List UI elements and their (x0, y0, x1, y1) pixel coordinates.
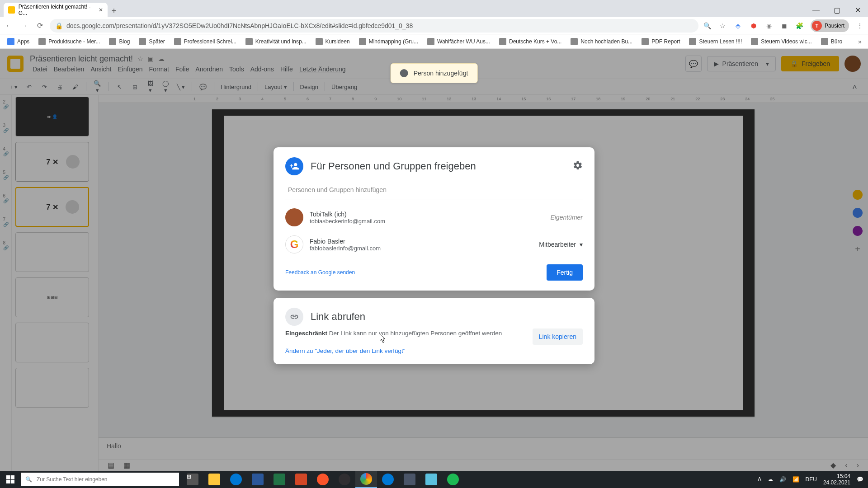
speaker-notes[interactable]: Hallo (99, 437, 868, 459)
bookmark-item[interactable]: Mindmapping (Gru... (355, 36, 422, 47)
menu-view[interactable]: Ansicht (88, 65, 114, 74)
menu-slide[interactable]: Folie (173, 65, 192, 74)
menu-help[interactable]: Hilfe (278, 65, 296, 74)
contacts-icon[interactable] (853, 226, 863, 236)
present-button[interactable]: ▶ Präsentieren ▾ (707, 56, 776, 71)
slide-thumb[interactable]: ➡ 👤 (15, 97, 89, 136)
taskbar-search[interactable]: 🔍 Zur Suche Text hier eingeben (21, 473, 179, 486)
paint-format-button[interactable]: 🖌 (71, 84, 80, 90)
user-avatar[interactable] (844, 56, 861, 72)
shape-tool[interactable]: ◯ ▾ (161, 80, 170, 94)
comment-tool[interactable]: 💬 (198, 84, 208, 90)
bookmark-item[interactable]: Steuern Videos wic... (747, 36, 816, 47)
redo-button[interactable]: ↷ (40, 84, 49, 90)
explore-button[interactable]: ◆ (830, 461, 836, 469)
minimize-button[interactable]: — (806, 3, 826, 17)
zoom-button[interactable]: 🔍 ▾ (93, 80, 102, 94)
done-button[interactable]: Fertig (547, 264, 583, 281)
browser-menu-icon[interactable]: ⋮ (855, 21, 864, 30)
extension-icon-4[interactable]: ◼ (780, 21, 789, 30)
present-dropdown-icon[interactable]: ▾ (762, 60, 769, 67)
language-indicator[interactable]: DEU (806, 476, 817, 483)
bookmark-star-icon[interactable]: ☆ (718, 21, 727, 30)
slide-thumb[interactable] (15, 142, 89, 182)
back-button[interactable]: ← (4, 22, 14, 30)
prev-slide-icon[interactable]: ‹ (845, 461, 847, 469)
menu-tools[interactable]: Tools (226, 65, 247, 74)
wifi-icon[interactable]: 📶 (793, 476, 799, 483)
new-tab-button[interactable]: + (108, 5, 120, 17)
menu-addons[interactable]: Add-ons (248, 65, 277, 74)
url-input[interactable]: 🔒 docs.google.com/presentation/d/1yV372S… (50, 19, 698, 33)
slide-thumb[interactable]: ⊞⊞⊞ (15, 277, 89, 317)
taskbar-clock[interactable]: 15:04 24.02.2021 (823, 473, 850, 486)
bookmark-item[interactable]: Wahlfächer WU Aus... (424, 36, 494, 47)
comments-button[interactable]: 💬 (685, 56, 702, 72)
bookmarks-overflow-icon[interactable]: » (855, 37, 864, 46)
select-tool[interactable]: ↖ (115, 84, 124, 90)
zoom-icon[interactable]: 🔍 (703, 21, 712, 30)
transition-button[interactable]: Übergang (331, 84, 357, 90)
menu-edit[interactable]: Bearbeiten (51, 65, 87, 74)
change-link-access[interactable]: Ändern zu "Jeder, der über den Link verf… (274, 345, 594, 354)
browser-tab[interactable]: Präsentieren leicht gemacht! - G... ✕ (4, 3, 108, 17)
task-view-icon[interactable]: ⊞ (182, 471, 203, 488)
close-window-button[interactable]: ✕ (847, 3, 868, 17)
bookmark-item[interactable]: Blog (105, 36, 133, 47)
edge-icon[interactable] (377, 471, 399, 488)
menu-format[interactable]: Format (146, 65, 172, 74)
line-tool[interactable]: ╲ ▾ (176, 84, 185, 90)
bookmark-item[interactable]: Später (135, 36, 168, 47)
slides-logo-icon[interactable] (7, 56, 24, 72)
new-slide-button[interactable]: + ▾ (9, 84, 18, 90)
profile-badge[interactable]: T Pausiert (811, 19, 849, 32)
print-button[interactable]: 🖨 (55, 84, 64, 90)
slide-thumb[interactable] (15, 323, 89, 362)
bookmark-item[interactable]: PDF Report (638, 36, 684, 47)
tray-chevron-icon[interactable]: ᐱ (758, 476, 761, 483)
design-button[interactable]: Design (300, 84, 318, 90)
cloud-status-icon[interactable]: ☁ (158, 55, 165, 62)
bookmark-item[interactable]: Professionell Schrei... (170, 36, 240, 47)
tab-close-icon[interactable]: ✕ (99, 7, 103, 13)
copy-link-button[interactable]: Link kopieren (533, 328, 583, 345)
filmstrip-view-icon[interactable]: ▤ (108, 461, 114, 469)
bookmark-item[interactable]: Deutsche Kurs + Vo... (495, 36, 565, 47)
bookmark-item[interactable]: Kreativität und Insp... (242, 36, 310, 47)
obs-icon[interactable] (334, 471, 355, 488)
spotify-icon[interactable] (442, 471, 464, 488)
grid-view-icon[interactable]: ▦ (123, 461, 130, 469)
menu-insert[interactable]: Einfügen (115, 65, 145, 74)
slide-thumb-active[interactable] (15, 187, 89, 227)
slide-thumb[interactable] (15, 368, 89, 408)
layout-button[interactable]: Layout ▾ (264, 84, 287, 90)
explorer-icon[interactable] (203, 471, 225, 488)
role-dropdown[interactable]: Mitbearbeiter ▾ (539, 241, 583, 248)
slide-thumb[interactable] (15, 232, 89, 272)
add-panel-icon[interactable]: + (855, 244, 860, 254)
extension-icon-3[interactable]: ◉ (764, 21, 774, 30)
bookmark-item[interactable]: Kursideen (312, 36, 354, 47)
extensions-puzzle-icon[interactable]: 🧩 (795, 21, 804, 30)
edge-legacy-icon[interactable] (225, 471, 247, 488)
forward-button[interactable]: → (19, 22, 30, 30)
background-button[interactable]: Hintergrund (221, 84, 251, 90)
share-button[interactable]: 🔒 Freigeben (781, 56, 839, 71)
onedrive-icon[interactable]: ☁ (768, 476, 773, 483)
notifications-icon[interactable]: 💬 (857, 476, 863, 483)
word-icon[interactable] (247, 471, 269, 488)
tasks-icon[interactable] (853, 208, 863, 218)
feedback-link[interactable]: Feedback an Google senden (285, 269, 355, 276)
extension-icon-2[interactable]: ⬢ (749, 21, 758, 30)
add-people-input[interactable]: Personen und Gruppen hinzufügen (285, 182, 583, 200)
maximize-button[interactable]: ▢ (826, 3, 847, 17)
keep-icon[interactable] (853, 190, 863, 200)
settings-gear-icon[interactable] (573, 160, 583, 172)
bookmark-item[interactable]: Büro (817, 36, 846, 47)
star-icon[interactable]: ☆ (137, 55, 143, 62)
next-slide-icon[interactable]: › (857, 461, 859, 469)
image-tool[interactable]: 🖼 ▾ (146, 80, 155, 94)
undo-button[interactable]: ↶ (24, 84, 33, 90)
menu-file[interactable]: Datei (30, 65, 50, 74)
bookmark-item[interactable]: Produktsuche - Mer... (35, 36, 104, 47)
